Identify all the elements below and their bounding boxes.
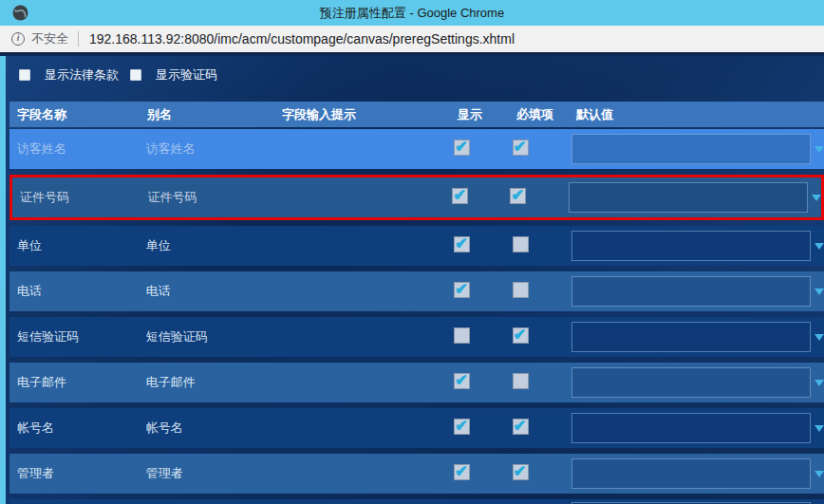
required-checkbox[interactable]: ✔ <box>513 140 529 156</box>
cell-alias: 单位 <box>139 237 272 254</box>
cell-field-name: 访客姓名 <box>9 140 139 158</box>
table-header: 字段名称 别名 字段输入提示 显示 必填项 默认值 <box>9 102 824 127</box>
check-icon: ✔ <box>455 280 467 298</box>
dropdown-arrow-icon[interactable] <box>815 243 824 250</box>
cell-alias: 帐号名 <box>139 420 272 437</box>
cell-field-name: 证件号码 <box>12 189 140 206</box>
info-icon[interactable]: i <box>11 32 25 46</box>
checkbox-unchecked-icon[interactable] <box>19 69 30 81</box>
default-value-input[interactable] <box>571 413 811 443</box>
required-checkbox[interactable]: ✔ <box>513 464 529 480</box>
display-checkbox[interactable]: ✔ <box>452 188 468 204</box>
toolbar-checkbox-legal-terms[interactable]: 显示法律条款 <box>19 66 119 84</box>
table-row[interactable]: 访客姓名 访客姓名 ✔ ✔ <box>9 129 824 169</box>
header-cell-input-hint: 字段输入提示 <box>274 106 448 123</box>
required-checkbox[interactable]: ✔ <box>513 327 529 344</box>
table-row[interactable]: 管理者 管理者 ✔ ✔ <box>9 454 824 494</box>
table-row-partial[interactable] <box>9 499 824 504</box>
default-value-input[interactable] <box>571 276 811 307</box>
required-checkbox[interactable]: ✔ <box>513 236 529 252</box>
required-checkbox[interactable]: ✔ <box>510 188 526 204</box>
display-checkbox[interactable]: ✔ <box>454 373 470 389</box>
url-text[interactable]: 192.168.113.92:8080/imc/acm/custompage/c… <box>89 31 515 47</box>
display-checkbox[interactable]: ✔ <box>454 419 470 435</box>
default-value-input[interactable] <box>571 458 811 489</box>
dropdown-arrow-icon[interactable] <box>815 146 824 153</box>
dropdown-arrow-icon[interactable] <box>812 195 821 201</box>
dropdown-arrow-icon[interactable] <box>815 380 824 386</box>
table-row[interactable]: 电子邮件 电子邮件 ✔ ✔ <box>9 363 824 402</box>
cell-field-name: 帐号名 <box>9 420 139 437</box>
header-cell-field-name: 字段名称 <box>9 106 140 123</box>
check-icon: ✔ <box>455 462 467 480</box>
check-icon: ✔ <box>455 138 467 156</box>
cell-alias: 电子邮件 <box>139 374 272 391</box>
address-bar[interactable]: i 不安全 192.168.113.92:8080/imc/acm/custom… <box>0 26 824 54</box>
chrome-globe-icon <box>12 5 28 21</box>
default-value-input[interactable] <box>571 231 811 261</box>
header-cell-display: 显示 <box>448 106 510 123</box>
dropdown-arrow-icon[interactable] <box>815 289 824 295</box>
toolbar: 显示法律条款 显示验证码 <box>19 66 217 84</box>
table-row[interactable]: 帐号名 帐号名 ✔ ✔ <box>9 408 824 448</box>
cell-field-name: 电话 <box>9 283 139 300</box>
check-icon: ✔ <box>514 326 526 344</box>
check-icon: ✔ <box>455 371 467 389</box>
cell-field-name: 短信验证码 <box>9 328 139 345</box>
check-icon: ✔ <box>455 234 467 252</box>
cell-field-name: 管理者 <box>9 465 139 482</box>
checkbox-unchecked-icon[interactable] <box>130 69 141 81</box>
required-checkbox[interactable]: ✔ <box>513 282 529 298</box>
check-icon: ✔ <box>514 462 526 480</box>
required-checkbox[interactable]: ✔ <box>513 419 529 435</box>
window-edge-strip <box>0 56 6 504</box>
default-value-input[interactable] <box>571 367 811 398</box>
dropdown-arrow-icon[interactable] <box>815 425 824 432</box>
table-body: 访客姓名 访客姓名 ✔ ✔ 证件号码 证件号码 ✔ ✔ 单位 单位 <box>9 129 824 494</box>
display-checkbox[interactable]: ✔ <box>454 464 470 480</box>
cell-field-name: 电子邮件 <box>9 374 139 391</box>
check-icon: ✔ <box>455 417 467 435</box>
dropdown-arrow-icon[interactable] <box>815 471 824 477</box>
header-cell-alias: 别名 <box>140 106 274 123</box>
default-value-input[interactable] <box>569 182 808 213</box>
page: 显示法律条款 显示验证码 字段名称 别名 字段输入提示 显示 必填项 默认值 访… <box>0 56 824 504</box>
toolbar-checkbox-label: 显示验证码 <box>156 66 217 84</box>
toolbar-checkbox-captcha[interactable]: 显示验证码 <box>130 66 217 84</box>
table-row[interactable]: 短信验证码 短信验证码 ✔ ✔ <box>9 317 824 357</box>
settings-table: 字段名称 别名 字段输入提示 显示 必填项 默认值 访客姓名 访客姓名 ✔ ✔ … <box>9 102 824 504</box>
table-row[interactable]: 电话 电话 ✔ ✔ <box>9 271 824 311</box>
cell-field-name: 单位 <box>9 237 139 254</box>
required-checkbox[interactable]: ✔ <box>513 373 529 389</box>
header-cell-default: 默认值 <box>571 106 824 123</box>
cell-alias: 电话 <box>139 283 272 300</box>
browser-window: 预注册属性配置 - Google Chrome i 不安全 192.168.11… <box>0 0 824 504</box>
cell-alias: 短信验证码 <box>139 328 272 345</box>
display-checkbox[interactable]: ✔ <box>454 140 470 156</box>
security-label[interactable]: 不安全 <box>31 30 68 47</box>
display-checkbox[interactable]: ✔ <box>454 282 470 298</box>
header-cell-required: 必填项 <box>510 106 571 123</box>
default-value-input[interactable] <box>571 134 811 164</box>
check-icon: ✔ <box>453 186 465 204</box>
titlebar: 预注册属性配置 - Google Chrome <box>0 0 824 26</box>
cell-alias: 管理者 <box>139 465 272 482</box>
toolbar-checkbox-label: 显示法律条款 <box>45 66 119 84</box>
address-separator <box>78 31 79 47</box>
check-icon: ✔ <box>511 186 523 204</box>
table-row[interactable]: 单位 单位 ✔ ✔ <box>9 226 824 266</box>
check-icon: ✔ <box>514 417 526 435</box>
window-title: 预注册属性配置 - Google Chrome <box>0 5 824 22</box>
default-value-input[interactable] <box>571 322 811 352</box>
cell-alias: 证件号码 <box>140 189 272 206</box>
table-row[interactable]: 证件号码 证件号码 ✔ ✔ <box>9 175 824 220</box>
display-checkbox[interactable]: ✔ <box>454 327 470 344</box>
check-icon: ✔ <box>514 138 526 156</box>
display-checkbox[interactable]: ✔ <box>454 236 470 252</box>
cell-alias: 访客姓名 <box>139 140 272 158</box>
dropdown-arrow-icon[interactable] <box>815 334 824 341</box>
